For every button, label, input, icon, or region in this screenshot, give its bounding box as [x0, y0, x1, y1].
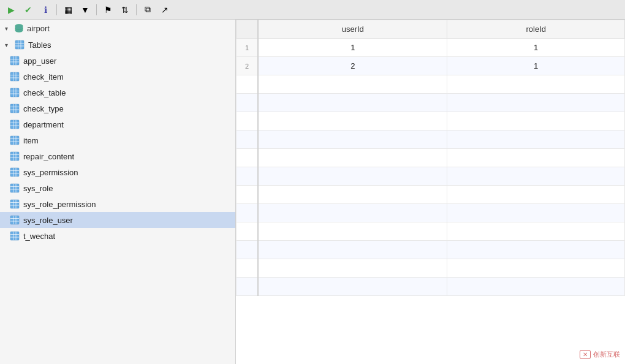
- sidebar: ▾ airport ▾ Tables: [0, 20, 236, 364]
- separator-2: [96, 4, 97, 15]
- window-button[interactable]: ⧉: [140, 2, 155, 17]
- toolbar: ▶ ✔ ℹ ▦ ▼ ⚑ ⇅ ⧉ ↗: [0, 0, 625, 20]
- tables-section[interactable]: ▾ Tables: [0, 37, 235, 53]
- grid-body: 1 1 1 2 2 1: [237, 39, 625, 296]
- tables-icon: [15, 40, 25, 50]
- watermark-icon: ✕: [580, 350, 591, 359]
- sidebar-item-app_user[interactable]: app_user: [0, 53, 235, 69]
- content-area: userId roleId 1 1 1 2 2 1: [236, 20, 625, 364]
- svg-rect-61: [10, 232, 19, 240]
- table-label-check_item: check_item: [23, 72, 64, 82]
- sidebar-item-check_table[interactable]: check_table: [0, 85, 235, 100]
- table-label-sys_permission: sys_permission: [23, 168, 78, 177]
- tables-label: Tables: [28, 40, 51, 50]
- empty-cell-2: [447, 222, 625, 241]
- data-grid[interactable]: userId roleId 1 1 1 2 2 1: [236, 20, 625, 364]
- empty-cell-2: [447, 94, 625, 112]
- sidebar-item-department[interactable]: department: [0, 116, 235, 132]
- empty-row: [237, 131, 625, 149]
- table-icon-sys_role_permission: [10, 199, 20, 209]
- sidebar-root[interactable]: ▾ airport: [0, 20, 235, 37]
- sidebar-item-sys_role_permission[interactable]: sys_role_permission: [0, 196, 235, 212]
- table-label-t_wechat: t_wechat: [23, 232, 55, 241]
- empty-row-num: [237, 259, 259, 278]
- cell-roleId-1: 1: [447, 39, 625, 57]
- empty-row-num: [237, 278, 259, 296]
- sidebar-item-sys_role[interactable]: sys_role: [0, 180, 235, 196]
- table-label-check_table: check_table: [23, 88, 66, 97]
- svg-rect-21: [10, 104, 19, 113]
- empty-cell-2: [447, 204, 625, 222]
- svg-rect-56: [10, 216, 19, 224]
- root-arrow: ▾: [5, 25, 11, 32]
- empty-row-num: [237, 186, 259, 204]
- sidebar-tables: app_user check_item: [0, 53, 235, 244]
- svg-rect-1: [15, 40, 24, 49]
- empty-cell-1: [258, 204, 447, 222]
- watermark: ✕ 创新互联: [580, 350, 620, 359]
- empty-cell-1: [258, 167, 447, 186]
- table-label-repair_content: repair_content: [23, 152, 74, 161]
- db-icon: [14, 23, 24, 33]
- empty-cell-2: [447, 278, 625, 296]
- empty-row: [237, 149, 625, 167]
- empty-cell-1: [258, 259, 447, 278]
- row-num-header: [237, 20, 259, 39]
- empty-cell-2: [447, 259, 625, 278]
- table-icon-item: [10, 135, 20, 145]
- empty-row: [237, 94, 625, 112]
- svg-rect-31: [10, 136, 19, 145]
- sidebar-item-sys_role_user[interactable]: sys_role_user: [0, 212, 235, 228]
- table-label-app_user: app_user: [23, 56, 56, 66]
- row-num-1: 1: [237, 39, 259, 57]
- content-wrapper: userId roleId 1 1 1 2 2 1: [236, 20, 625, 364]
- empty-row: [237, 241, 625, 259]
- check-button[interactable]: ✔: [21, 2, 36, 17]
- table-row[interactable]: 2 2 1: [237, 57, 625, 75]
- flag-button[interactable]: ⚑: [100, 2, 115, 17]
- table-label-sys_role_user: sys_role_user: [23, 216, 73, 225]
- empty-cell-2: [447, 149, 625, 167]
- empty-row-num: [237, 112, 259, 131]
- empty-cell-1: [258, 149, 447, 167]
- empty-cell-2: [447, 112, 625, 131]
- sort-button[interactable]: ⇅: [118, 2, 132, 17]
- empty-cell-2: [447, 186, 625, 204]
- table-row[interactable]: 1 1 1: [237, 39, 625, 57]
- play-button[interactable]: ▶: [4, 2, 18, 17]
- empty-row: [237, 186, 625, 204]
- table-icon-repair_content: [10, 151, 20, 161]
- empty-cell-1: [258, 186, 447, 204]
- table-icon-app_user: [10, 56, 20, 66]
- info-button[interactable]: ℹ: [38, 2, 53, 17]
- dropdown-button[interactable]: ▼: [78, 2, 93, 17]
- empty-cell-2: [447, 131, 625, 149]
- table-label-department: department: [23, 120, 64, 129]
- svg-rect-36: [10, 152, 19, 161]
- sidebar-root-label: airport: [27, 24, 50, 33]
- cell-roleId-2: 1: [447, 57, 625, 75]
- grid-button[interactable]: ▦: [61, 2, 75, 17]
- svg-rect-41: [10, 168, 19, 176]
- table-label-check_type: check_type: [23, 104, 64, 113]
- table-icon-check_type: [10, 104, 20, 113]
- svg-rect-26: [10, 120, 19, 129]
- svg-rect-16: [10, 88, 19, 97]
- sidebar-item-t_wechat[interactable]: t_wechat: [0, 228, 235, 244]
- sidebar-item-sys_permission[interactable]: sys_permission: [0, 164, 235, 180]
- export-button[interactable]: ↗: [157, 2, 172, 17]
- col-roleId[interactable]: roleId: [447, 20, 625, 39]
- col-userId[interactable]: userId: [258, 20, 447, 39]
- table-icon-check_item: [10, 72, 20, 82]
- sidebar-item-check_item[interactable]: check_item: [0, 69, 235, 85]
- sidebar-item-item[interactable]: item: [0, 132, 235, 148]
- empty-row-num: [237, 75, 259, 94]
- svg-rect-6: [10, 56, 19, 65]
- empty-row-num: [237, 204, 259, 222]
- sidebar-item-repair_content[interactable]: repair_content: [0, 148, 235, 164]
- empty-cell-1: [258, 94, 447, 112]
- sidebar-item-check_type[interactable]: check_type: [0, 100, 235, 116]
- main-area: ▾ airport ▾ Tables: [0, 20, 625, 364]
- svg-rect-46: [10, 184, 19, 192]
- empty-cell-1: [258, 112, 447, 131]
